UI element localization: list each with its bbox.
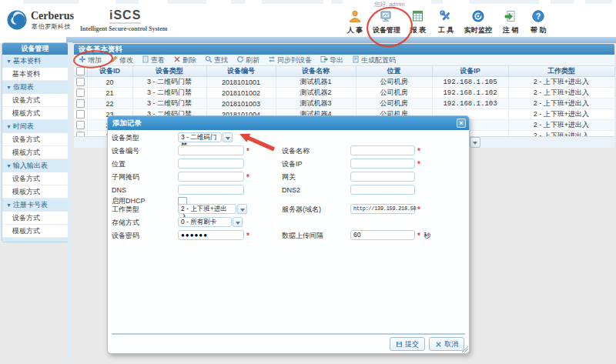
top-edge-fragment [431,0,443,4]
gencode-icon [352,55,361,65]
cell-id: 21 [87,88,132,99]
form-row: 子网掩码*网关 [108,172,469,183]
sidebar-group-输入输出表[interactable]: ▼输入输出表 [2,159,68,172]
toolbar-item-person[interactable]: 人 事 [341,9,369,35]
cancel-button[interactable]: 取消 [429,337,464,351]
table-row[interactable]: 223 - 二维码门禁2018101003测试机器3公司机房192.168.1.… [74,99,614,109]
sidebar-group-基本资料[interactable]: ▼基本资料 [2,55,68,68]
toolbar-item-tools[interactable]: 工 具 [432,9,460,35]
sidebar-item-模板方式[interactable]: 模板方式 [2,107,68,120]
server-domain-input[interactable]: http://139.159.218.50 [350,204,415,214]
row-checkbox[interactable] [76,99,85,108]
close-icon[interactable]: × [457,119,466,128]
toolbar-button-view[interactable]: 查看 [142,55,165,65]
dialog-resize-handle[interactable] [462,346,468,352]
form-row: 工作类型2 - 上下班+进出入服务器(域名)http://139.159.218… [108,204,469,215]
column-header-设备名称[interactable]: 设备名称 [276,66,356,77]
table-row[interactable]: 213 - 二维码门禁2018101002测试机器2公司机房192.168.1.… [74,88,614,99]
logout-icon [497,9,524,24]
sidebar-item-设备方式[interactable]: 设备方式 [2,172,68,185]
row-checkbox[interactable] [76,78,85,86]
toolbar-item-help[interactable]: ?帮 助 [524,9,552,35]
storage-mode-select[interactable]: 0 - 所有刷卡 [178,217,232,227]
page-size-combo-arrow[interactable] [470,137,480,148]
device-password-input[interactable]: ●●●●●● [178,230,244,240]
toolbar-button-add[interactable]: 增加 [79,55,102,65]
dns2-input[interactable] [350,185,415,195]
person-icon [341,9,369,24]
toolbar-item-logout[interactable]: 注 销 [497,9,524,35]
sidebar-group-注册卡号表[interactable]: ▼注册卡号表 [2,199,68,212]
sidebar-item-设备方式[interactable]: 设备方式 [2,133,68,146]
required-marker: * [417,204,420,215]
device-ip-input[interactable] [350,159,415,169]
row-checkbox[interactable] [76,88,85,97]
form-row: 存储方式0 - 所有刷卡 [108,217,469,229]
top-edge-fragment [331,0,343,4]
device-type-select-arrow[interactable] [223,132,233,142]
toolbar-button-search[interactable]: 查找 [205,55,228,65]
work-type-select-arrow[interactable] [237,204,247,214]
location-input[interactable] [178,159,244,169]
form-row: 设备编号*设备名称* [108,145,469,157]
submit-button-label: 提交 [405,339,419,349]
column-header-工作类型[interactable]: 工作类型 [508,66,614,77]
panel-splitter[interactable] [68,42,72,362]
toolbar-item-monitor[interactable]: 实时监控 [460,9,497,35]
cell-work_type: 2 - 上下班+进出入 [508,109,614,120]
column-header-设备类型[interactable]: 设备类型 [132,66,206,77]
top-edge-fragment [551,0,574,4]
select-all-checkbox[interactable] [76,67,85,75]
sidebar-item-设备方式[interactable]: 设备方式 [2,94,68,107]
toolbar-button-refresh[interactable]: 刷新 [236,55,259,65]
dialog-buttons: 提交 取消 [390,337,464,351]
column-header-设备ID[interactable]: 设备ID [87,66,132,77]
cell-location: 公司机房 [356,99,432,109]
sidebar-group-时间表[interactable]: ▼时间表 [2,120,68,133]
device-type-select[interactable]: 3 - 二维码门禁 [178,132,222,142]
device-name-input[interactable] [350,145,415,155]
required-marker: * [246,145,249,157]
subnet-mask-input[interactable] [178,172,244,182]
column-header-设备编号[interactable]: 设备编号 [206,66,276,77]
toolbar-button-delete[interactable]: 删除 [173,55,196,65]
toolbar-item-report[interactable]: 报 表 [404,9,432,35]
work-type-select[interactable]: 2 - 上下班+进出入 [178,204,236,214]
dns-input[interactable] [178,185,244,195]
toolbar-button-sync[interactable]: 同步到设备 [268,55,312,65]
row-checkbox[interactable] [76,121,85,129]
cell-name: 测试机器3 [276,99,356,109]
sidebar-item-模板方式[interactable]: 模板方式 [2,225,68,238]
cerberus-logo-icon [6,9,28,31]
cell-type: 3 - 二维码门禁 [132,77,206,88]
sidebar-item-设备方式[interactable]: 设备方式 [2,212,68,225]
row-checkbox-cell [74,77,87,88]
sidebar-item-模板方式[interactable]: 模板方式 [2,185,68,199]
cell-type: 3 - 二维码门禁 [132,88,206,99]
sidebar-item-基本资料[interactable]: 基本资料 [2,68,68,81]
column-header-设备IP[interactable]: 设备IP [432,66,508,77]
sidebar-group-假期表[interactable]: ▼假期表 [2,81,68,94]
help-icon: ? [524,9,552,24]
toolbar-button-export[interactable]: 导出 [320,55,343,65]
table-row[interactable]: 203 - 二维码门禁2018101001测试机器1公司机房192.168.1.… [74,77,614,88]
toolbar-button-edit[interactable]: 修改 [110,55,133,65]
gateway-input[interactable] [350,172,415,182]
toolbar-item-label: 工 具 [432,25,460,35]
field-label-device-type: 设备类型 [112,132,139,144]
sidebar-item-模板方式[interactable]: 模板方式 [2,146,68,159]
row-checkbox[interactable] [76,110,85,119]
upload-interval-input[interactable]: 60 [350,230,415,240]
cell-name: 测试机器1 [276,77,356,88]
device-number-input[interactable] [178,145,244,155]
submit-button[interactable]: 提交 [390,337,425,351]
column-header-位置[interactable]: 位置 [356,66,432,77]
cell-ip: 192.168.1.102 [432,88,508,99]
dialog-titlebar[interactable]: 添加记录 × [108,116,469,130]
storage-mode-select-arrow[interactable] [233,217,243,227]
sync-icon [268,55,277,65]
toolbar-item-device[interactable]: 设备管理 [369,9,404,35]
field-label-device-name: 设备名称 [282,145,310,157]
edit-icon [110,55,119,65]
toolbar-button-gencode[interactable]: 生成配置码 [352,55,396,65]
